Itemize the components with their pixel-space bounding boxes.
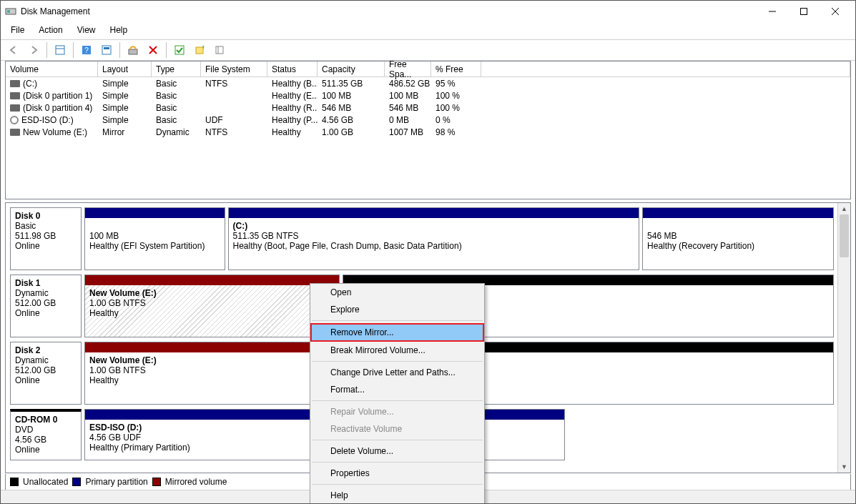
volume-list: Volume Layout Type File System Status Ca… [5,61,851,199]
cm-break-mirror[interactable]: Break Mirrored Volume... [310,342,484,359]
disk-label[interactable]: Disk 0Basic511.98 GBOnline [10,207,82,270]
drive-icon [10,104,20,112]
cm-change-letter[interactable]: Change Drive Letter and Paths... [310,364,484,381]
toolbar-icon[interactable] [51,41,69,59]
table-row[interactable]: ESD-ISO (D:)SimpleBasicUDFHealthy (P...4… [6,114,850,126]
svg-rect-1 [7,10,10,13]
svg-rect-18 [216,46,223,54]
legend-unallocated: Unallocated [23,477,68,487]
legend-primary: Primary partition [85,477,147,487]
app-icon [5,6,16,17]
table-row[interactable]: (Disk 0 partition 4)SimpleBasicHealthy (… [6,102,850,114]
title-bar: Disk Management [1,1,855,22]
svg-rect-15 [175,46,184,54]
menu-file[interactable]: File [5,24,30,36]
toolbar-icon[interactable] [211,41,228,59]
drive-icon [10,80,20,87]
cm-repair: Repair Volume... [310,403,484,420]
col-pctfree[interactable]: % Free [431,61,481,77]
delete-icon[interactable] [144,41,162,59]
cm-remove-mirror[interactable]: Remove Mirror... [310,323,484,342]
tool-bar: ? + [1,39,855,61]
partition[interactable]: New Volume (E:)1.00 GB NTFSHealthy [84,275,340,337]
col-free[interactable]: Free Spa... [385,61,431,77]
toolbar-icon[interactable] [124,41,142,59]
maximize-button[interactable] [788,1,820,22]
table-row[interactable]: (C:)SimpleBasicNTFSHealthy (B...511.35 G… [6,77,850,89]
partition[interactable]: New Volume (E:)1.00 GB NTFSHealthy [84,342,340,405]
back-button[interactable] [5,41,22,59]
cm-explore[interactable]: Explore [310,301,484,318]
help-icon[interactable]: ? [78,41,95,59]
partition[interactable]: (C:)511.35 GB NTFSHealthy (Boot, Page Fi… [228,207,640,270]
cm-help[interactable]: Help [310,487,484,504]
disk-label[interactable]: CD-ROM 0DVD4.56 GBOnline [10,409,82,460]
menu-view[interactable]: View [72,24,102,36]
cm-open[interactable]: Open [310,284,484,301]
svg-rect-3 [801,9,807,15]
cm-reactivate: Reactivate Volume [310,420,484,438]
table-row[interactable]: (Disk 0 partition 1)SimpleBasicHealthy (… [6,89,850,102]
table-row[interactable]: New Volume (E:)MirrorDynamicNTFSHealthy1… [6,126,850,138]
col-layout[interactable]: Layout [98,61,152,77]
legend-mirrored: Mirrored volume [165,477,227,487]
col-volume[interactable]: Volume [6,61,98,77]
svg-text:+: + [202,45,205,51]
svg-rect-10 [102,46,111,54]
svg-rect-6 [56,46,64,54]
svg-rect-12 [129,49,137,54]
context-menu: Open Explore Remove Mirror... Break Mirr… [310,283,485,504]
scrollbar[interactable]: ▲ ▼ [837,203,850,473]
col-status[interactable]: Status [267,61,318,77]
volume-list-header: Volume Layout Type File System Status Ca… [6,61,850,77]
menu-help[interactable]: Help [104,24,134,36]
cm-delete[interactable]: Delete Volume... [310,443,484,460]
cd-icon [10,116,19,124]
cm-format[interactable]: Format... [310,381,484,398]
minimize-button[interactable] [757,1,788,22]
toolbar-icon[interactable] [98,41,115,59]
svg-text:?: ? [84,46,89,54]
partition[interactable]: 546 MBHealthy (Recovery Partition) [642,207,834,270]
col-type[interactable]: Type [152,61,201,77]
close-button[interactable] [820,1,851,22]
cm-properties[interactable]: Properties [310,465,484,482]
svg-rect-11 [104,47,109,49]
toolbar-icon[interactable] [171,41,188,59]
toolbar-icon[interactable]: + [191,41,208,59]
drive-icon [10,129,20,136]
partition[interactable]: 100 MBHealthy (EFI System Partition) [84,207,225,270]
window-title: Disk Management [21,6,90,16]
disk-row: Disk 0Basic511.98 GBOnline 100 MBHealthy… [10,207,846,270]
col-filesystem[interactable]: File System [201,61,267,77]
disk-label[interactable]: Disk 2Dynamic512.00 GBOnline [10,342,82,405]
menu-action[interactable]: Action [33,24,68,36]
disk-label[interactable]: Disk 1Dynamic512.00 GBOnline [10,275,82,337]
forward-button[interactable] [25,41,42,59]
col-capacity[interactable]: Capacity [318,61,385,77]
menu-bar: File Action View Help [1,22,855,39]
drive-icon [10,92,20,99]
